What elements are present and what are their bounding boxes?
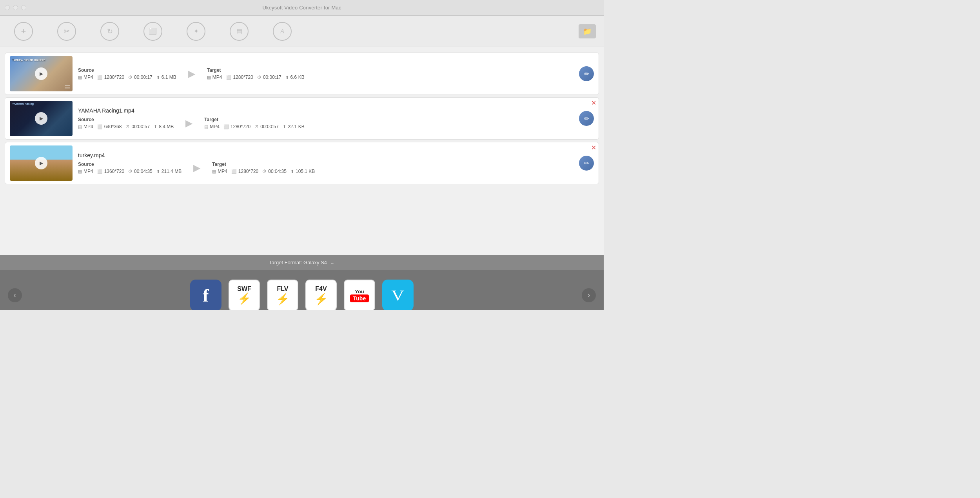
maximize-traffic-light[interactable] [21, 5, 26, 10]
source-duration-3: ⏱ 00:04:35 [128, 169, 152, 174]
edit-button-2[interactable]: ✏ [579, 111, 594, 126]
thumbnail-overlay-3: ▶ [10, 145, 73, 181]
video-details-row-2: Source ▤ MP4 ⬜ 640*368 ⏱ 00:00:57 [78, 117, 573, 129]
watermark-icon: A [273, 22, 292, 41]
filename-3: turkey.mp4 [78, 152, 573, 158]
titlebar: Ukeysoft Video Converter for Mac [0, 0, 604, 16]
add-button[interactable]: + [8, 19, 39, 44]
thumbnail-overlay-1: ▶ [10, 56, 73, 91]
format-youtube[interactable]: You Tube [344, 280, 375, 310]
flv-label: FLV [277, 285, 288, 293]
video-thumbnail-1[interactable]: Turkey, hot air balloon ▶ [10, 56, 73, 91]
edit-icon-2: ✏ [584, 115, 589, 122]
arrow-icon-1: ▶ [188, 68, 195, 79]
cut-icon: ✂ [57, 22, 76, 41]
play-button-2[interactable]: ▶ [35, 112, 47, 125]
video-thumbnail-3[interactable]: ▶ [10, 145, 73, 181]
video-info-2: YAMAHA Racing1.mp4 Source ▤ MP4 ⬜ 640*36… [78, 107, 573, 129]
format-f4v[interactable]: F4V ⚡ [305, 280, 337, 310]
subtitle-button[interactable]: ▤ [223, 19, 255, 44]
format-swf[interactable]: SWF ⚡ [229, 280, 260, 310]
source-block-1: Source ▤ MP4 ⬜ 1280*720 ⏱ 00:00:17 [78, 67, 176, 80]
arrow-icon-3: ▶ [193, 162, 200, 173]
swf-flash-icon: ⚡ [238, 292, 251, 305]
crop-button[interactable]: ⬜ [137, 19, 169, 44]
target-details-1: ▤ MP4 ⬜ 1280*720 ⏱ 00:00:17 ⬆ [207, 75, 305, 80]
video-info-3: turkey.mp4 Source ▤ MP4 ⬜ 1360*720 [78, 152, 573, 174]
edit-icon-3: ✏ [584, 160, 589, 167]
video-list: Turkey, hot air balloon ▶ Source ▤ MP4 [0, 47, 604, 255]
target-resolution-2: ⬜ 1280*720 [223, 124, 250, 129]
convert-button[interactable]: ↻ [94, 19, 125, 44]
format-vimeo[interactable]: V [382, 280, 414, 310]
video-details-row-3: Source ▤ MP4 ⬜ 1360*720 ⏱ 00:04:35 [78, 162, 573, 174]
play-button-1[interactable]: ▶ [35, 67, 47, 80]
source-size-3: ⬆ 211.4 MB [156, 169, 181, 174]
f4v-flash-icon: ⚡ [314, 293, 328, 305]
edit-button-3[interactable]: ✏ [579, 156, 594, 171]
target-resolution-icon-1: ⬜ [226, 75, 232, 80]
source-label-2: Source [78, 117, 174, 122]
duration-icon-1: ⏱ [128, 75, 132, 80]
source-format-2: ▤ MP4 [78, 124, 93, 129]
source-format-3: ▤ MP4 [78, 169, 93, 174]
folder-button[interactable]: 📁 [579, 24, 596, 38]
target-duration-1: ⏱ 00:00:17 [257, 75, 281, 80]
source-resolution-1: ⬜ 1280*720 [97, 75, 124, 80]
target-block-2: Target ▤ MP4 ⬜ 1280*720 ⏱ 00:00:57 [204, 117, 305, 129]
source-size-1: ⬆ 6.1 MB [156, 75, 176, 80]
close-button-2[interactable]: ✕ [591, 100, 596, 106]
video-details-row-1: Source ▤ MP4 ⬜ 1280*720 ⏱ 00:00:17 [78, 67, 573, 80]
target-label-1: Target [207, 67, 305, 73]
target-label-2: Target [204, 117, 305, 122]
close-button-3[interactable]: ✕ [591, 145, 596, 151]
format-icon-1: ▤ [78, 75, 82, 80]
youtube-tube-label: Tube [350, 294, 369, 302]
format-bar[interactable]: Target Format: Galaxy S4 ⌄ [0, 255, 604, 270]
edit-button-1[interactable]: ✏ [579, 66, 594, 81]
app-title: Ukeysoft Video Converter for Mac [262, 5, 341, 11]
target-details-3: ▤ MP4 ⬜ 1280*720 ⏱ 00:04:35 ⬆ [212, 169, 315, 174]
arrow-section-3: ▶ [181, 162, 212, 173]
source-label-3: Source [78, 162, 181, 167]
play-button-3[interactable]: ▶ [35, 157, 47, 169]
format-prev-button[interactable]: ‹ [8, 288, 22, 302]
source-format-1: ▤ MP4 [78, 75, 93, 80]
source-details-3: ▤ MP4 ⬜ 1360*720 ⏱ 00:04:35 ⬆ [78, 169, 181, 174]
format-next-button[interactable]: › [582, 288, 596, 302]
video-item-2: ✕ YAMAHA Racing ▶ YAMAHA Racing1.mp4 Sou… [5, 97, 599, 140]
crop-icon: ⬜ [143, 22, 162, 41]
subtitle-icon: ▤ [230, 22, 249, 41]
target-format-1: ▤ MP4 [207, 75, 222, 80]
watermark-button[interactable]: A [267, 19, 298, 44]
video-thumbnail-2[interactable]: YAMAHA Racing ▶ [10, 101, 73, 136]
minimize-traffic-light[interactable] [13, 5, 18, 10]
format-facebook[interactable]: f [190, 280, 221, 310]
target-format-2: ▤ MP4 [204, 124, 220, 129]
format-label: Target Format: Galaxy S4 [269, 260, 327, 265]
source-block-2: Source ▤ MP4 ⬜ 640*368 ⏱ 00:00:57 [78, 117, 174, 129]
video-item-1: Turkey, hot air balloon ▶ Source ▤ MP4 [5, 53, 599, 95]
format-flv[interactable]: FLV ⚡ [267, 280, 298, 310]
filename-2: YAMAHA Racing1.mp4 [78, 107, 573, 114]
format-icons-container: f SWF ⚡ FLV ⚡ F4V ⚡ You Tube V [22, 280, 582, 310]
youtube-you-label: You [355, 289, 364, 294]
source-details-1: ▤ MP4 ⬜ 1280*720 ⏱ 00:00:17 ⬆ [78, 75, 176, 80]
close-traffic-light[interactable] [5, 5, 10, 10]
folder-icon: 📁 [583, 27, 592, 36]
swf-label: SWF [237, 286, 251, 292]
effects-button[interactable]: ✦ [180, 19, 212, 44]
effects-icon: ✦ [187, 22, 205, 41]
flv-flash-icon: ⚡ [276, 293, 290, 305]
arrow-section-1: ▶ [176, 68, 207, 79]
source-duration-2: ⏱ 00:00:57 [125, 124, 150, 129]
source-resolution-3: ⬜ 1360*720 [97, 169, 124, 174]
cut-button[interactable]: ✂ [51, 19, 82, 44]
target-format-icon-1: ▤ [207, 75, 211, 80]
thumbnail-overlay-2: ▶ [10, 101, 73, 136]
arrow-section-2: ▶ [174, 118, 204, 129]
target-block-1: Target ▤ MP4 ⬜ 1280*720 ⏱ 00:00:17 [207, 67, 305, 80]
vimeo-icon: V [392, 287, 405, 304]
video-info-1: Source ▤ MP4 ⬜ 1280*720 ⏱ 00:00:17 [78, 67, 573, 80]
target-resolution-1: ⬜ 1280*720 [226, 75, 253, 80]
